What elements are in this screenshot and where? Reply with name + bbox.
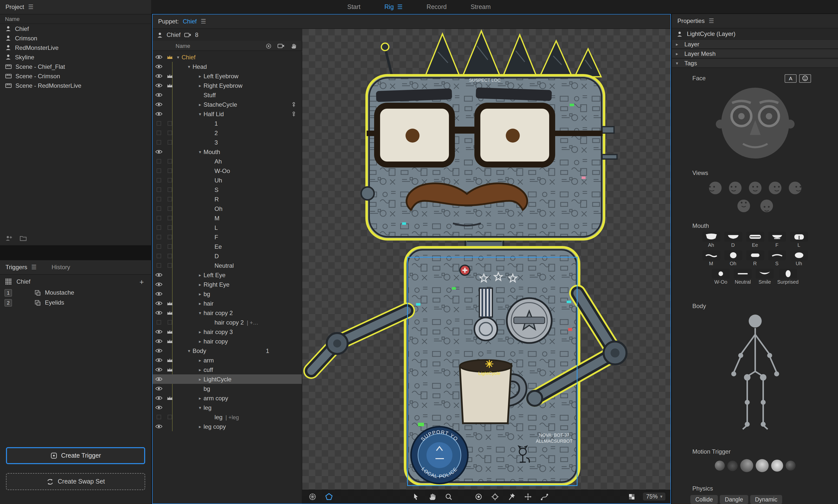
face-text-tag-button[interactable]: A — [785, 74, 797, 83]
visibility-eye-icon[interactable] — [153, 367, 164, 372]
pin-tool-icon[interactable] — [507, 491, 517, 502]
puppet-layer-row[interactable]: Ah — [153, 157, 302, 166]
puppet-layer-row[interactable]: ▸Left Eyebrow — [153, 71, 302, 81]
trigger-row[interactable]: 1Moustache — [0, 288, 151, 298]
face-mesh-tag-button[interactable] — [799, 74, 811, 83]
chevron-closed-icon[interactable]: ▸ — [196, 282, 204, 287]
puppet-layer-row[interactable]: bg — [153, 384, 302, 393]
workspace-tab-rig[interactable]: Rig☰ — [384, 3, 403, 10]
visibility-eye-icon[interactable] — [153, 301, 164, 306]
puppet-layer-row[interactable]: ▾Half Lid — [153, 109, 302, 119]
mouth-r-icon[interactable] — [746, 250, 764, 260]
chevron-closed-icon[interactable]: ▸ — [196, 339, 204, 344]
motion-trigger-sphere[interactable] — [740, 459, 753, 472]
physics-dangle-button[interactable]: Dangle — [720, 495, 748, 504]
show-outline-icon[interactable] — [324, 491, 334, 502]
workspace-tab-start[interactable]: Start — [347, 3, 361, 10]
mouth-uh-icon[interactable] — [790, 250, 808, 260]
add-trigger-button[interactable]: + — [137, 277, 146, 286]
motion-trigger-sphere[interactable] — [727, 461, 737, 471]
record-icon[interactable] — [474, 491, 484, 502]
puppet-layer-row[interactable]: ▸hair copy — [153, 337, 302, 346]
visibility-eye-icon[interactable] — [153, 357, 164, 363]
rig-canvas[interactable]: SUSPECT LOC — [302, 29, 670, 504]
physics-dynamic-button[interactable]: Dynamic — [750, 495, 782, 504]
puppet-layer-row[interactable]: ▸leg copy — [153, 422, 302, 431]
chevron-closed-icon[interactable]: ▸ — [196, 367, 204, 372]
chevron-closed-icon[interactable]: ▸ — [196, 74, 204, 78]
puppet-layer-row[interactable]: R — [153, 194, 302, 204]
workspace-menu-icon[interactable]: ☰ — [397, 3, 403, 10]
puppet-layer-row[interactable]: ▸Left Eye — [153, 270, 302, 280]
mouth-smile-icon[interactable] — [756, 269, 774, 279]
visibility-eye-icon[interactable] — [153, 329, 164, 335]
puppet-layer-row[interactable]: S — [153, 185, 302, 194]
mouth-d-icon[interactable] — [724, 232, 742, 242]
physics-collide-button[interactable]: Collide — [691, 495, 718, 504]
visibility-eye-icon[interactable] — [153, 272, 164, 278]
target-icon[interactable] — [490, 491, 500, 502]
tab-triggers[interactable]: Triggers — [5, 264, 27, 271]
puppet-layer-row[interactable]: Oh — [153, 204, 302, 213]
chevron-closed-icon[interactable]: ▸ — [196, 301, 204, 306]
puppet-layer-row[interactable]: ▾Mouth — [153, 147, 302, 157]
show-mesh-icon[interactable] — [307, 491, 317, 502]
visibility-eye-icon[interactable] — [153, 424, 164, 429]
new-item-icon[interactable] — [5, 235, 13, 241]
workspace-tab-record[interactable]: Record — [426, 3, 447, 10]
puppet-layer-row[interactable]: ▸hair copy 3 — [153, 327, 302, 337]
mouth-ah-icon[interactable] — [702, 232, 720, 242]
panel-menu-icon[interactable]: ☰ — [28, 3, 34, 11]
puppet-layer-row[interactable]: ▸cuff — [153, 365, 302, 374]
visibility-eye-icon[interactable] — [153, 73, 164, 79]
project-item[interactable]: Crimson — [0, 33, 151, 43]
puppet-layer-row[interactable]: L — [153, 223, 302, 232]
chevron-closed-icon[interactable]: ▸ — [196, 377, 204, 382]
view-profile-left-icon[interactable] — [708, 180, 722, 195]
panel-menu-icon[interactable]: ☰ — [201, 18, 206, 25]
visibility-eye-icon[interactable] — [153, 102, 164, 107]
puppet-layer-row[interactable]: Uh — [153, 176, 302, 185]
chevron-closed-icon[interactable]: ▸ — [196, 272, 204, 277]
transform-tool-icon[interactable] — [523, 491, 533, 502]
create-trigger-button[interactable]: Create Trigger — [6, 447, 145, 464]
project-item[interactable]: Scene - Crimson — [0, 71, 151, 81]
camera-column-icon[interactable] — [277, 43, 285, 49]
chevron-open-icon[interactable]: ▾ — [186, 348, 193, 353]
chevron-open-icon[interactable]: ▾ — [196, 149, 204, 154]
handle-icon[interactable] — [291, 111, 297, 117]
puppet-layer-row[interactable]: Neutral — [153, 261, 302, 270]
create-swap-set-button[interactable]: Create Swap Set — [6, 473, 145, 490]
visibility-eye-icon[interactable] — [153, 149, 164, 155]
motion-trigger-sphere[interactable] — [715, 461, 724, 471]
puppet-layer-row[interactable]: ▾hair copy 2 — [153, 308, 302, 318]
transparency-grid-icon[interactable] — [627, 491, 637, 502]
puppet-layer-row[interactable]: ▸LightCycle — [153, 374, 302, 384]
chevron-open-icon[interactable]: ▾ — [196, 310, 204, 315]
motion-trigger-sphere[interactable] — [755, 459, 768, 472]
section-layer-mesh[interactable]: ▸Layer Mesh — [672, 49, 838, 58]
project-item[interactable]: Scene - RedMonsterLive — [0, 81, 151, 90]
puppet-layer-row[interactable]: W-Oo — [153, 166, 302, 176]
visibility-eye-icon[interactable] — [153, 54, 164, 60]
puppet-layer-row[interactable]: ▾Head — [153, 62, 302, 71]
visibility-eye-icon[interactable] — [153, 386, 164, 391]
puppet-layer-row[interactable]: ▸hair — [153, 299, 302, 308]
tab-history[interactable]: History — [52, 264, 70, 271]
chevron-closed-icon[interactable]: ▸ — [196, 424, 204, 429]
visibility-eye-icon[interactable] — [153, 83, 164, 88]
chevron-open-icon[interactable]: ▾ — [196, 111, 204, 116]
view-profile-right-icon[interactable] — [787, 180, 802, 195]
mouth-l-icon[interactable] — [790, 232, 808, 242]
chevron-closed-icon[interactable]: ▸ — [196, 329, 204, 334]
mouth-ee-icon[interactable] — [746, 232, 764, 242]
puppet-layer-row[interactable]: 1 — [153, 119, 302, 128]
mouth-oh-icon[interactable] — [724, 250, 742, 260]
visibility-eye-icon[interactable] — [153, 339, 164, 344]
visibility-eye-icon[interactable] — [153, 291, 164, 296]
visibility-eye-icon[interactable] — [153, 111, 164, 116]
chevron-closed-icon[interactable]: ▸ — [196, 83, 204, 88]
trigger-set-row[interactable]: Chief + — [0, 276, 151, 288]
view-down-icon[interactable] — [759, 198, 774, 213]
view-up-icon[interactable] — [736, 198, 751, 213]
